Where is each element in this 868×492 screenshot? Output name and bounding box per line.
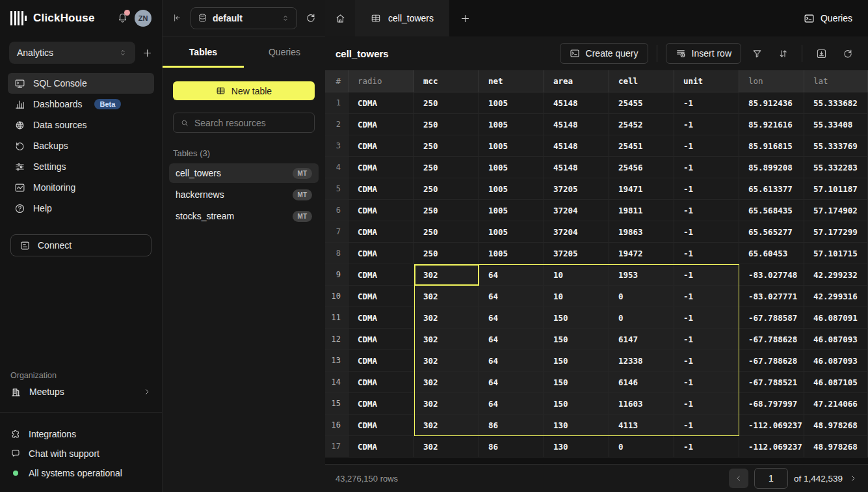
cell-mcc[interactable]: 250 [414, 157, 479, 178]
column-header-lon[interactable]: lon [739, 70, 804, 92]
cell-unit[interactable]: -1 [674, 243, 739, 264]
row-number[interactable]: 15 [325, 393, 349, 415]
cell-radio[interactable]: CDMA [349, 243, 414, 264]
cell-unit[interactable]: -1 [674, 221, 739, 243]
column-header-cell[interactable]: cell [609, 70, 674, 92]
row-number[interactable]: 2 [325, 114, 349, 135]
cell-cell[interactable]: 25451 [609, 135, 674, 157]
cell-cell[interactable]: 25456 [609, 157, 674, 178]
cell-unit[interactable]: -1 [674, 415, 739, 436]
cell-unit[interactable]: -1 [674, 436, 739, 458]
column-header-net[interactable]: net [479, 70, 544, 92]
previous-page-button[interactable] [729, 469, 748, 488]
cell-lat[interactable]: 48.978268 [804, 415, 868, 436]
cell-cell[interactable]: 6146 [609, 372, 674, 393]
cell-net[interactable]: 64 [479, 372, 544, 393]
cell-net[interactable]: 64 [479, 329, 544, 350]
cell-lat[interactable]: 42.299316 [804, 286, 868, 307]
cell-mcc[interactable]: 302 [414, 286, 479, 307]
sidebar-item-chat-support[interactable]: Chat with support [10, 444, 151, 463]
new-table-button[interactable]: New table [173, 81, 315, 100]
cell-lat[interactable]: 42.299232 [804, 264, 868, 286]
cell-cell[interactable]: 19472 [609, 243, 674, 264]
row-number[interactable]: 7 [325, 221, 349, 243]
page-number-input[interactable] [754, 468, 788, 489]
database-select[interactable]: default [191, 7, 297, 29]
cell-cell[interactable]: 25452 [609, 114, 674, 135]
column-header-index[interactable]: # [325, 70, 349, 92]
table-list-item-hackernews[interactable]: hackernewsMT [169, 185, 319, 204]
cell-lat[interactable]: 57.101715 [804, 243, 868, 264]
row-number[interactable]: 13 [325, 350, 349, 372]
cell-lat[interactable]: 46.087093 [804, 350, 868, 372]
row-number[interactable]: 17 [325, 436, 349, 458]
system-status[interactable]: All systems operational [10, 463, 151, 483]
avatar[interactable]: ZN [135, 10, 151, 27]
cell-area[interactable]: 130 [544, 436, 609, 458]
cell-radio[interactable]: CDMA [349, 307, 414, 329]
cell-lat[interactable]: 57.101187 [804, 178, 868, 200]
row-number[interactable]: 11 [325, 307, 349, 329]
home-button[interactable] [325, 0, 355, 36]
cell-mcc[interactable]: 250 [414, 243, 479, 264]
cell-radio[interactable]: CDMA [349, 135, 414, 157]
sidebar-item-help[interactable]: Help [8, 198, 154, 219]
cell-cell[interactable]: 4113 [609, 415, 674, 436]
cell-mcc[interactable]: 302 [414, 307, 479, 329]
row-number[interactable]: 3 [325, 135, 349, 157]
cell-lat[interactable]: 55.332283 [804, 157, 868, 178]
sidebar-item-monitoring[interactable]: Monitoring [8, 177, 154, 198]
cell-radio[interactable]: CDMA [349, 415, 414, 436]
cell-unit[interactable]: -1 [674, 92, 739, 114]
cell-cell[interactable]: 0 [609, 436, 674, 458]
cell-lon[interactable]: -68.797997 [739, 393, 804, 415]
cell-lon[interactable]: 85.899208 [739, 157, 804, 178]
cell-lon[interactable]: -112.069237 [739, 415, 804, 436]
cell-cell[interactable]: 19471 [609, 178, 674, 200]
cell-radio[interactable]: CDMA [349, 329, 414, 350]
row-number[interactable]: 5 [325, 178, 349, 200]
cell-lat[interactable]: 46.087105 [804, 372, 868, 393]
cell-area[interactable]: 37204 [544, 221, 609, 243]
cell-net[interactable]: 86 [479, 415, 544, 436]
cell-radio[interactable]: CDMA [349, 92, 414, 114]
cell-mcc[interactable]: 302 [414, 393, 479, 415]
cell-cell[interactable]: 19863 [609, 221, 674, 243]
cell-unit[interactable]: -1 [674, 264, 739, 286]
cell-net[interactable]: 1005 [479, 114, 544, 135]
insert-row-button[interactable]: Insert row [666, 43, 741, 64]
cell-net[interactable]: 1005 [479, 135, 544, 157]
cell-mcc[interactable]: 250 [414, 135, 479, 157]
sidebar-item-dashboards[interactable]: DashboardsBeta [8, 94, 154, 115]
sidebar-item-settings[interactable]: Settings [8, 156, 154, 177]
row-number[interactable]: 12 [325, 329, 349, 350]
cell-radio[interactable]: CDMA [349, 200, 414, 221]
row-number[interactable]: 9 [325, 264, 349, 286]
cell-net[interactable]: 64 [479, 350, 544, 372]
cell-lat[interactable]: 55.333682 [804, 92, 868, 114]
row-number[interactable]: 16 [325, 415, 349, 436]
row-number[interactable]: 8 [325, 243, 349, 264]
create-query-button[interactable]: Create query [560, 43, 648, 64]
cell-radio[interactable]: CDMA [349, 350, 414, 372]
cell-lat[interactable]: 48.978268 [804, 436, 868, 458]
cell-unit[interactable]: -1 [674, 178, 739, 200]
cell-lon[interactable]: -83.027771 [739, 286, 804, 307]
sidebar-item-integrations[interactable]: Integrations [10, 424, 151, 444]
cell-unit[interactable]: -1 [674, 286, 739, 307]
cell-lon[interactable]: -67.788628 [739, 350, 804, 372]
cell-radio[interactable]: CDMA [349, 221, 414, 243]
cell-mcc[interactable]: 250 [414, 221, 479, 243]
cell-cell[interactable]: 0 [609, 286, 674, 307]
cell-cell[interactable]: 0 [609, 307, 674, 329]
connect-button[interactable]: Connect [10, 234, 151, 256]
notifications-bell-icon[interactable] [117, 12, 128, 25]
cell-area[interactable]: 10 [544, 264, 609, 286]
filter-button[interactable] [746, 43, 767, 64]
cell-radio[interactable]: CDMA [349, 393, 414, 415]
cell-lon[interactable]: -67.788628 [739, 329, 804, 350]
cell-area[interactable]: 45148 [544, 157, 609, 178]
cell-lat[interactable]: 57.177299 [804, 221, 868, 243]
cell-mcc[interactable]: 302 [414, 415, 479, 436]
cell-radio[interactable]: CDMA [349, 372, 414, 393]
